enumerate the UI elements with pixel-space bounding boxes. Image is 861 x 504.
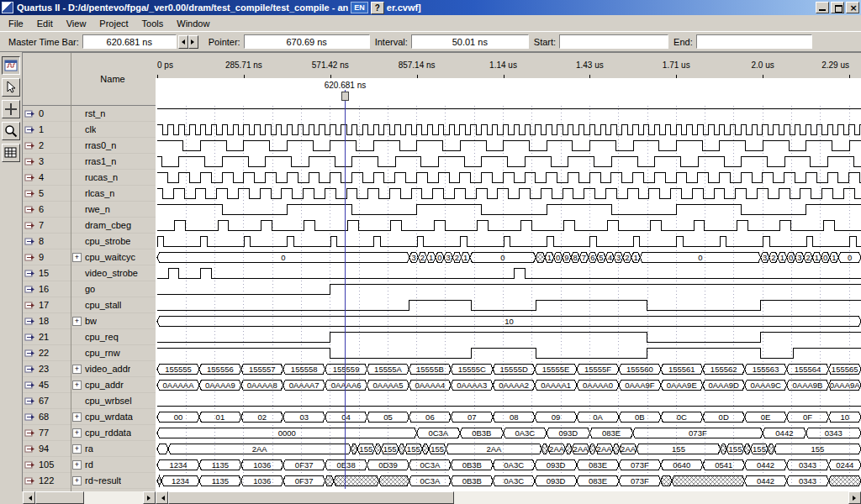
svg-text:3: 3: [763, 253, 767, 262]
signal-row-rlcas_n[interactable]: 5rlcas_n: [23, 186, 156, 202]
signal-row-rd[interactable]: 105+rd: [23, 457, 156, 473]
title-bar[interactable]: Quartus II - D:/d/pentevo/fpga/_ver0.00/…: [0, 0, 861, 15]
signal-row-cpu_rnw[interactable]: 22cpu_rnw: [23, 345, 156, 361]
expand-plus-icon[interactable]: +: [72, 444, 82, 454]
signal-name[interactable]: go: [85, 284, 95, 294]
time-ruler[interactable]: 0 ps285.71 ns571.42 ns857.14 ns1.14 us1.…: [156, 53, 861, 79]
signal-row-video_addr[interactable]: 23+video_addr: [23, 361, 156, 377]
svg-text:1135: 1135: [212, 460, 229, 470]
menu-item-file[interactable]: File: [2, 17, 30, 30]
wave-scrollbar-thumb[interactable]: [168, 491, 454, 504]
signal-name[interactable]: ra: [85, 444, 93, 454]
signal-name[interactable]: video_addr: [85, 364, 130, 374]
menu-item-tools[interactable]: Tools: [135, 17, 171, 30]
hand-tool-button[interactable]: [2, 100, 20, 118]
signal-name[interactable]: rd: [85, 459, 93, 470]
signal-name[interactable]: rras1_n: [85, 156, 116, 166]
master-time-bar-value: 620.681 ns: [325, 81, 367, 90]
expand-plus-icon[interactable]: +: [72, 428, 82, 438]
language-indicator[interactable]: EN: [351, 2, 368, 13]
svg-text:1: 1: [547, 253, 552, 262]
signal-name[interactable]: cpu_addr: [85, 380, 124, 390]
waveform-pane[interactable]: 0 ps285.71 ns571.42 ns857.14 ns1.14 us1.…: [156, 52, 861, 491]
expand-plus-icon[interactable]: +: [72, 365, 82, 374]
signal-row-ra[interactable]: 94+ra: [23, 441, 156, 457]
signal-row-rwe_n[interactable]: 6rwe_n: [23, 202, 156, 218]
signal-name[interactable]: rd~result: [85, 475, 121, 486]
signal-name[interactable]: cpu_req: [85, 332, 119, 342]
expand-plus-icon[interactable]: +: [72, 381, 82, 390]
signal-row-cpu_addr[interactable]: 45+cpu_addr: [23, 377, 156, 393]
signal-row-cpu_wrbsel[interactable]: 67cpu_wrbsel: [23, 393, 156, 409]
expand-plus-icon[interactable]: +: [72, 317, 82, 326]
selection-tool-button[interactable]: [2, 78, 20, 97]
wave-scroll-right-button[interactable]: [848, 491, 861, 504]
signal-row-cpu_rddata[interactable]: 77+cpu_rddata: [23, 425, 156, 441]
expand-plus-icon[interactable]: +: [72, 460, 82, 470]
signal-row-cpu_req[interactable]: 21cpu_req: [23, 329, 156, 345]
name-column-header[interactable]: Name: [71, 53, 154, 105]
master-time-field[interactable]: 620.681 ns: [82, 34, 177, 49]
signal-name[interactable]: cpu_rnw: [85, 348, 120, 358]
expand-plus-icon[interactable]: +: [72, 412, 82, 422]
panel-scroll-right-button[interactable]: [143, 491, 156, 504]
signal-row-rucas_n[interactable]: 4rucas_n: [23, 170, 156, 186]
output-pin-icon: [24, 205, 39, 214]
signal-name[interactable]: bw: [85, 316, 97, 326]
signal-row-clk[interactable]: 1clk: [23, 122, 156, 138]
signal-row-cpu_waitcyc[interactable]: 9+cpu_waitcyc: [23, 249, 156, 265]
signal-row-rras0_n[interactable]: 2rras0_n: [23, 138, 156, 154]
signal-row-rst_n[interactable]: 0rst_n: [23, 106, 156, 122]
svg-text:0F37: 0F37: [295, 460, 314, 470]
restore-button[interactable]: [831, 2, 844, 13]
waveform-canvas[interactable]: 0321032101098765432103210321010101555551…: [156, 106, 861, 489]
signal-name[interactable]: dram_cbeg: [85, 220, 131, 230]
menu-item-view[interactable]: View: [60, 17, 93, 30]
signal-name[interactable]: cpu_rddata: [85, 428, 131, 438]
panel-scroll-left-button[interactable]: [23, 491, 35, 504]
signal-row-cpu_wrdata[interactable]: 68+cpu_wrdata: [23, 409, 156, 425]
master-time-bar-strip[interactable]: 620.681 ns: [156, 78, 861, 106]
svg-text:0AAAA8: 0AAAA8: [247, 381, 277, 390]
signal-name[interactable]: cpu_wrdata: [85, 412, 133, 422]
zoom-tool-button[interactable]: [2, 122, 20, 140]
signal-name[interactable]: rwe_n: [85, 204, 110, 214]
master-time-prev-button[interactable]: [178, 35, 188, 49]
signal-name[interactable]: rlcas_n: [85, 188, 114, 198]
signal-row-cpu_strobe[interactable]: 8cpu_strobe: [23, 234, 156, 249]
signal-row-cpu_stall[interactable]: 17cpu_stall: [23, 297, 156, 313]
wave-scroll-left-button[interactable]: [156, 491, 168, 504]
svg-text:00: 00: [174, 412, 183, 422]
minimize-button[interactable]: [816, 2, 829, 13]
signal-name[interactable]: cpu_wrbsel: [85, 396, 132, 406]
signal-name[interactable]: video_strobe: [85, 268, 138, 278]
panel-scrollbar-thumb[interactable]: [35, 491, 84, 504]
signal-name[interactable]: cpu_stall: [85, 300, 121, 310]
master-time-bar-handle[interactable]: [341, 92, 349, 101]
menu-item-project[interactable]: Project: [92, 17, 135, 30]
waveform-report-tool-button[interactable]: [2, 56, 20, 75]
signal-name[interactable]: clk: [85, 124, 96, 134]
signal-name[interactable]: rras0_n: [85, 140, 116, 150]
signal-name[interactable]: cpu_waitcyc: [85, 252, 135, 262]
signal-row-video_strobe[interactable]: 15video_strobe: [23, 265, 156, 281]
signal-row-rras1_n[interactable]: 3rras1_n: [23, 154, 156, 170]
master-time-next-button[interactable]: [188, 35, 198, 49]
expand-plus-icon[interactable]: +: [72, 476, 82, 486]
signal-row-bw[interactable]: 18+bw: [23, 313, 156, 329]
signal-name[interactable]: cpu_strobe: [85, 236, 130, 246]
signal-name[interactable]: rst_n: [85, 108, 105, 118]
signal-row-dram_cbeg[interactable]: 7dram_cbeg: [23, 218, 156, 234]
menu-item-window[interactable]: Window: [170, 17, 216, 30]
signal-row-go[interactable]: 16go: [23, 281, 156, 297]
svg-text:155559: 155559: [333, 365, 360, 374]
crosshair-icon: [4, 102, 18, 116]
close-button[interactable]: ×: [846, 2, 859, 13]
expand-plus-icon[interactable]: +: [72, 253, 82, 262]
waveform-tool-palette: [0, 52, 23, 491]
signal-row-rd-result[interactable]: 122+rd~result: [23, 473, 156, 489]
signal-name[interactable]: rucas_n: [85, 172, 118, 182]
menu-item-edit[interactable]: Edit: [30, 17, 60, 30]
help-icon[interactable]: ?: [371, 2, 384, 14]
grid-tool-button[interactable]: [2, 144, 20, 162]
